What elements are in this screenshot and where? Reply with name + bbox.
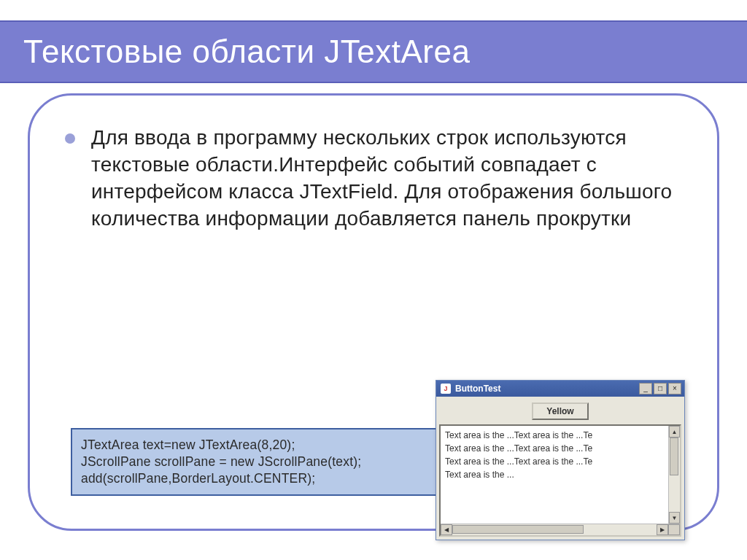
- code-line: JTextArea text=new JTextArea(8,20);: [81, 438, 295, 452]
- content-frame: Для ввода в программу нескольких строк и…: [28, 93, 719, 531]
- hscroll-thumb[interactable]: [452, 525, 584, 534]
- scroll-corner: [668, 524, 680, 535]
- text-area-line: Text area is the ...Text area is the ...…: [445, 429, 667, 442]
- window-controls: _ □ ×: [638, 383, 681, 394]
- swing-body: Yellow Text area is the ...Text area is …: [436, 397, 684, 540]
- text-area-line: Text area is the ...Text area is the ...…: [445, 455, 667, 468]
- close-button[interactable]: ×: [668, 383, 681, 394]
- text-area-line: Text area is the ...: [445, 468, 667, 481]
- vscroll-thumb[interactable]: [670, 438, 678, 475]
- slide-title: Текстовые области JTextArea: [23, 34, 470, 70]
- bullet-item: Для ввода в программу нескольких строк и…: [65, 125, 688, 233]
- yellow-button[interactable]: Yellow: [532, 402, 588, 420]
- slide-container: Текстовые области JTextArea Для ввода в …: [0, 0, 747, 560]
- bullet-dot-icon: [65, 133, 75, 144]
- vertical-scrollbar[interactable]: ▲ ▼: [668, 426, 680, 524]
- horizontal-scrollbar[interactable]: ◀ ▶: [441, 524, 680, 535]
- code-line: JScrollPane scrollPane = new JScrollPane…: [81, 454, 361, 469]
- java-icon: J: [441, 384, 451, 394]
- swing-toolbar: Yellow: [439, 400, 681, 424]
- maximize-button[interactable]: □: [654, 383, 667, 394]
- scroll-pane: Text area is the ...Text area is the ...…: [439, 424, 681, 537]
- swing-window: J ButtonTest _ □ × Yellow Text area is t…: [436, 380, 685, 540]
- vscroll-track[interactable]: [669, 438, 680, 512]
- bullet-text: Для ввода в программу нескольких строк и…: [91, 125, 688, 233]
- scroll-down-icon[interactable]: ▼: [669, 512, 680, 524]
- swing-titlebar[interactable]: J ButtonTest _ □ ×: [436, 381, 684, 397]
- scroll-up-icon[interactable]: ▲: [669, 426, 680, 438]
- scroll-left-icon[interactable]: ◀: [441, 524, 452, 535]
- swing-window-title: ButtonTest: [455, 384, 500, 394]
- text-area[interactable]: Text area is the ...Text area is the ...…: [441, 426, 668, 524]
- code-line: add(scrollPane,BorderLayout.CENTER);: [81, 471, 315, 486]
- title-bar: Текстовые области JTextArea: [0, 20, 747, 83]
- minimize-button[interactable]: _: [639, 383, 652, 394]
- text-area-line: Text area is the ...Text area is the ...…: [445, 442, 667, 455]
- hscroll-track[interactable]: [452, 524, 657, 535]
- code-snippet: JTextArea text=new JTextArea(8,20); JScr…: [71, 428, 450, 496]
- scroll-right-icon[interactable]: ▶: [657, 524, 668, 535]
